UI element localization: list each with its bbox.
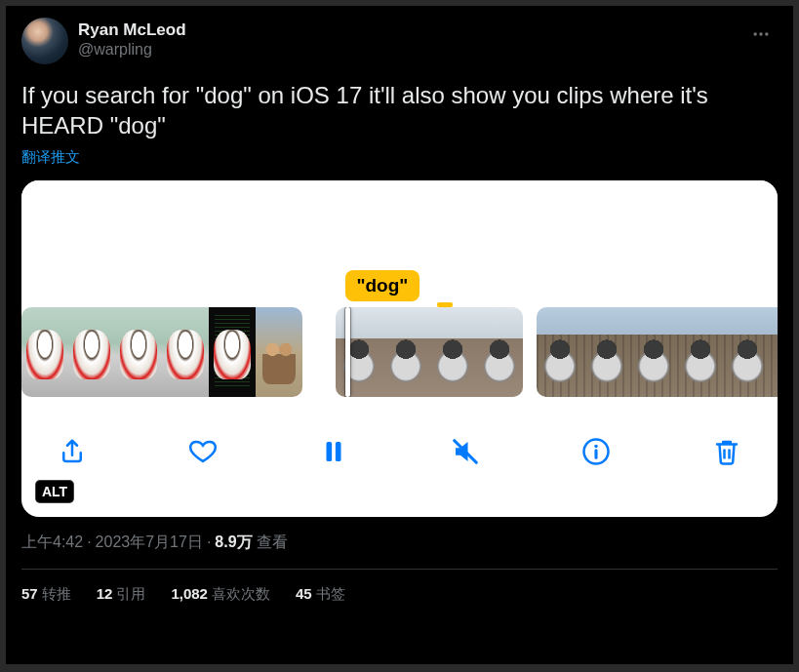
translate-link[interactable]: 翻译推文 xyxy=(21,148,80,167)
svg-point-2 xyxy=(765,32,768,35)
heart-icon[interactable] xyxy=(185,434,220,469)
tweet-header: Ryan McLeod @warpling xyxy=(21,18,778,64)
meta-line: 上午4:42·2023年7月17日·8.9万 查看 xyxy=(21,533,778,553)
author-block[interactable]: Ryan McLeod @warpling xyxy=(78,18,186,59)
mute-icon[interactable] xyxy=(448,434,483,469)
svg-point-1 xyxy=(759,32,762,35)
media-toolbar xyxy=(21,397,778,485)
clip-thumb xyxy=(162,307,209,397)
clip-thumb xyxy=(630,307,677,397)
clip-thumb xyxy=(382,307,429,397)
views-count: 8.9万 xyxy=(215,534,252,550)
tweet-time[interactable]: 上午4:42 xyxy=(21,534,83,550)
display-name: Ryan McLeod xyxy=(78,20,186,40)
info-icon[interactable] xyxy=(579,434,614,469)
clip-group[interactable] xyxy=(537,307,778,397)
svg-rect-3 xyxy=(327,442,333,461)
clip-thumb xyxy=(256,307,302,397)
clip-thumb xyxy=(476,307,523,397)
media-top-area: "dog" xyxy=(21,180,778,307)
svg-point-0 xyxy=(754,32,757,35)
search-highlight-tag: "dog" xyxy=(345,270,420,301)
clip-group[interactable] xyxy=(21,307,302,397)
clip-thumb xyxy=(677,307,724,397)
svg-rect-4 xyxy=(336,442,341,461)
clip-thumb xyxy=(771,307,778,397)
clip-thumb xyxy=(724,307,771,397)
alt-badge[interactable]: ALT xyxy=(35,480,74,503)
views-label: 查看 xyxy=(257,534,288,550)
handle: @warpling xyxy=(78,40,186,59)
likes-stat[interactable]: 1,082喜欢次数 xyxy=(171,585,270,604)
tweet-text: If you search for "dog" on iOS 17 it'll … xyxy=(21,80,778,140)
media-card[interactable]: "dog" xyxy=(21,180,778,517)
clip-thumb xyxy=(115,307,162,397)
tweet-date[interactable]: 2023年7月17日 xyxy=(96,534,203,550)
pause-icon[interactable] xyxy=(316,434,351,469)
share-icon[interactable] xyxy=(55,434,90,469)
stats-row: 57转推 12引用 1,082喜欢次数 45书签 xyxy=(21,570,778,619)
clip-thumb xyxy=(21,307,68,397)
clip-group-active[interactable] xyxy=(336,307,523,397)
clip-thumb xyxy=(537,307,583,397)
more-icon[interactable] xyxy=(744,18,778,51)
scrubber-handle[interactable] xyxy=(345,307,350,397)
clip-thumb xyxy=(583,307,630,397)
retweets-stat[interactable]: 57转推 xyxy=(21,585,71,604)
clip-thumb xyxy=(429,307,476,397)
avatar[interactable] xyxy=(21,18,68,64)
clip-thumb xyxy=(336,307,382,397)
video-timeline[interactable] xyxy=(21,307,778,397)
svg-point-8 xyxy=(594,445,598,449)
trash-icon[interactable] xyxy=(709,434,744,469)
tweet-container: Ryan McLeod @warpling If you search for … xyxy=(6,6,793,664)
quotes-stat[interactable]: 12引用 xyxy=(97,585,146,604)
clip-thumb xyxy=(209,307,256,397)
clip-thumb xyxy=(68,307,115,397)
bookmarks-stat[interactable]: 45书签 xyxy=(296,585,345,604)
